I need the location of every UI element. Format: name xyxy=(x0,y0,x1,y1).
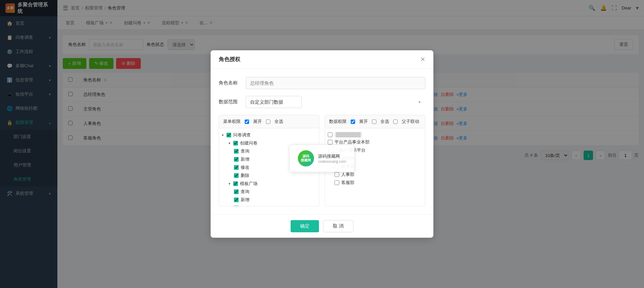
tree-checkbox-platform-prod[interactable] xyxy=(328,140,332,145)
tree-node-tenant: ▾ 租户演示平台 总经办 xyxy=(328,146,422,187)
menu-expand-checkbox[interactable] xyxy=(245,120,249,124)
tree-node-create-survey-row: ▾ 创建问卷 xyxy=(229,139,316,147)
tree-label-cs: 客服部 xyxy=(341,180,354,186)
tree-label-delete: 删除 xyxy=(241,173,249,179)
tree-label-tech: 技术部 xyxy=(341,163,354,169)
tree-label-edit2: 修改 xyxy=(241,205,249,206)
tree-label-query2: 查询 xyxy=(241,189,249,195)
cancel-button[interactable]: 取 消 xyxy=(323,220,353,232)
menu-perm-tree: ▾ 问卷调查 ▾ 创建问卷 xyxy=(219,128,319,206)
tree-label-edit: 修改 xyxy=(241,164,249,171)
expand-label: 展开 xyxy=(253,119,262,125)
data-perm-tree: ████████ 平台产品事业本部 ▾ 租户演示平台 xyxy=(325,128,425,206)
tree-node-delete: 删除 xyxy=(234,172,316,180)
tree-children-tenant: 总经办 技术部 人事部 xyxy=(328,154,422,187)
role-name-row: 角色名称 xyxy=(219,77,425,89)
tree-node-query2: 查询 xyxy=(234,188,316,196)
selectall-label: 全选 xyxy=(274,119,283,125)
parent-link-checkbox[interactable] xyxy=(393,120,398,124)
tree-checkbox-hr[interactable] xyxy=(334,172,339,177)
tree-label-hr: 人事部 xyxy=(341,172,354,178)
tree-label-query: 查询 xyxy=(241,148,249,154)
tree-checkbox-template[interactable] xyxy=(233,181,238,186)
tree-checkbox-survey[interactable] xyxy=(226,133,231,137)
data-scope-select[interactable]: 全部数据 自定义部门数据 本部门数据 本部门及下级部门数据 仅本人数据 xyxy=(246,96,302,108)
data-scope-label: 数据范围 xyxy=(219,99,246,105)
parent-link-label: 父子联动 xyxy=(402,119,419,125)
tree-node-add2: 新增 xyxy=(234,196,316,204)
tree-node-redacted: ████████ xyxy=(328,131,422,138)
expand-label: 展开 xyxy=(359,119,368,125)
tree-subchildren-template: 查询 新增 修改 xyxy=(229,188,316,206)
tree-node-create-survey: ▾ 创建问卷 查询 xyxy=(229,139,316,180)
tree-node-survey: ▾ 问卷调查 ▾ 创建问卷 xyxy=(222,131,316,206)
tree-checkbox-cs[interactable] xyxy=(334,180,339,185)
tree-node-tech: 技术部 xyxy=(334,162,422,171)
tree-checkbox-delete[interactable] xyxy=(234,173,239,178)
tree-label-create-survey: 创建问卷 xyxy=(240,140,258,146)
tree-node-query: 查询 xyxy=(234,147,316,155)
tree-label-template: 模板广场 xyxy=(240,181,258,187)
tree-node-cs: 客服部 xyxy=(334,179,422,187)
tree-label-survey: 问卷调查 xyxy=(233,132,251,138)
tree-label-redacted: ████████ xyxy=(334,132,362,137)
modal-header: 角色授权 ✕ xyxy=(211,50,433,69)
tree-checkbox-redacted[interactable] xyxy=(328,132,332,137)
tree-toggle-template[interactable]: ▾ xyxy=(229,182,231,186)
confirm-button[interactable]: 确定 xyxy=(291,220,319,232)
modal-close-button[interactable]: ✕ xyxy=(420,56,425,63)
tree-toggle-survey[interactable]: ▾ xyxy=(222,133,224,137)
permissions-section: 菜单权限 展开 全选 ▾ 问卷调查 xyxy=(219,115,425,206)
menu-perm-header: 菜单权限 展开 全选 xyxy=(219,115,319,128)
tree-node-add: 新增 xyxy=(234,155,316,163)
tree-checkbox-edit2[interactable] xyxy=(234,206,239,206)
data-perm-label: 数据权限 xyxy=(329,119,347,125)
tree-node-edit2: 修改 xyxy=(234,204,316,206)
tree-checkbox-create-survey[interactable] xyxy=(233,141,238,146)
tree-node-survey-row: ▾ 问卷调查 xyxy=(222,131,316,139)
tree-node-template-row: ▾ 模板广场 xyxy=(229,180,316,188)
data-scope-select-wrap: 全部数据 自定义部门数据 本部门数据 本部门及下级部门数据 仅本人数据 xyxy=(246,96,425,108)
role-name-field[interactable] xyxy=(246,77,425,89)
tree-checkbox-add2[interactable] xyxy=(234,198,239,202)
modal-title: 角色授权 xyxy=(219,56,240,63)
tree-node-hr: 人事部 xyxy=(334,171,422,179)
tree-node-edit: 修改 xyxy=(234,163,316,172)
menu-perm-panel: 菜单权限 展开 全选 ▾ 问卷调查 xyxy=(219,115,319,206)
tree-label-tenant: 租户演示平台 xyxy=(339,147,366,153)
menu-perm-label: 菜单权限 xyxy=(223,119,241,125)
tree-node-template: ▾ 模板广场 查询 xyxy=(229,180,316,206)
tree-toggle-tenant[interactable]: ▾ xyxy=(328,148,330,153)
modal-footer: 确定 取 消 xyxy=(211,214,433,238)
modal-body: 角色名称 数据范围 全部数据 自定义部门数据 本部门数据 本部门及下级部门数据 … xyxy=(211,69,433,214)
tree-label-add2: 新增 xyxy=(241,197,249,203)
tree-checkbox-tech[interactable] xyxy=(334,164,339,169)
data-perm-header: 数据权限 展开 全选 父子联动 xyxy=(325,115,425,128)
tree-subchildren-create-survey: 查询 新增 修改 xyxy=(229,147,316,180)
tree-checkbox-edit[interactable] xyxy=(234,165,239,170)
tree-checkbox-zongbao[interactable] xyxy=(334,156,339,161)
role-auth-modal: 角色授权 ✕ 角色名称 数据范围 全部数据 自定义部门数据 本部门数据 本部门及… xyxy=(211,50,433,238)
selectall-label: 全选 xyxy=(380,119,389,125)
tree-checkbox-add[interactable] xyxy=(234,157,239,162)
data-perm-panel: 数据权限 展开 全选 父子联动 ████████ xyxy=(325,115,425,206)
tree-checkbox-query2[interactable] xyxy=(234,189,239,194)
tree-node-platform-prod: 平台产品事业本部 xyxy=(328,138,422,146)
tree-toggle-create-survey[interactable]: ▾ xyxy=(229,141,231,146)
tree-label-add: 新增 xyxy=(241,156,249,162)
modal-overlay: 角色授权 ✕ 角色名称 数据范围 全部数据 自定义部门数据 本部门数据 本部门及… xyxy=(0,0,644,288)
tree-node-tenant-row: ▾ 租户演示平台 xyxy=(328,146,422,154)
tree-label-platform-prod: 平台产品事业本部 xyxy=(334,139,370,145)
tree-label-zongbao: 总经办 xyxy=(341,155,354,161)
menu-selectall-checkbox[interactable] xyxy=(266,120,270,124)
data-scope-row: 数据范围 全部数据 自定义部门数据 本部门数据 本部门及下级部门数据 仅本人数据 xyxy=(219,96,425,108)
data-selectall-checkbox[interactable] xyxy=(372,120,376,124)
tree-checkbox-query[interactable] xyxy=(234,149,239,154)
tree-checkbox-tenant[interactable] xyxy=(332,148,337,153)
role-name-form-label: 角色名称 xyxy=(219,80,246,86)
tree-node-zongbao: 总经办 xyxy=(334,154,422,162)
tree-children-survey: ▾ 创建问卷 查询 xyxy=(222,139,316,206)
data-expand-checkbox[interactable] xyxy=(351,120,355,124)
